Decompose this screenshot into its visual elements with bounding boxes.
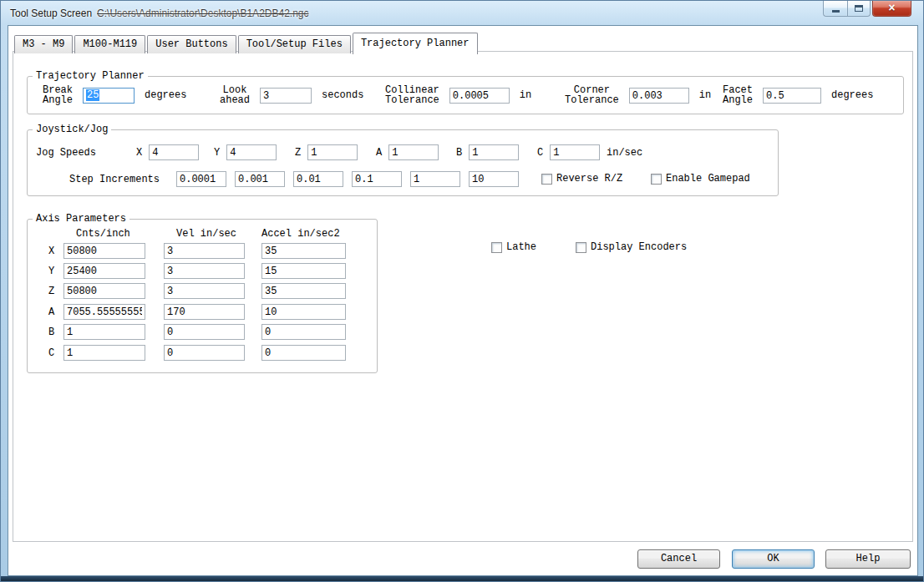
axis-a-vel-input[interactable] bbox=[164, 304, 245, 320]
step-increments-row: Step Increments Reverse R/Z Enable Gamep… bbox=[28, 171, 778, 188]
jog-speed-y: Y bbox=[214, 144, 277, 160]
maximize-button[interactable] bbox=[847, 1, 871, 17]
look-ahead-unit: seconds bbox=[322, 89, 363, 101]
tab-bar: M3 - M9 M100-M119 User Buttons Tool/Setu… bbox=[14, 33, 480, 53]
title-bar[interactable]: Tool Setup Screen C:\Users\Administrator… bbox=[1, 1, 823, 25]
collinear-tolerance-field: Collinear Tolerance in bbox=[385, 83, 531, 108]
close-button[interactable]: × bbox=[872, 1, 911, 17]
step-increment-1-input[interactable] bbox=[176, 171, 226, 187]
lathe-option: Lathe bbox=[491, 241, 536, 253]
step-increment-5-input[interactable] bbox=[410, 171, 460, 187]
jog-speed-z-label: Z bbox=[295, 147, 301, 159]
facet-angle-input[interactable] bbox=[763, 88, 821, 104]
step-increment-6-input[interactable] bbox=[469, 171, 519, 187]
corner-tolerance-unit: in bbox=[699, 89, 711, 101]
look-ahead-label: Look ahead bbox=[220, 85, 250, 105]
jog-speed-x-label: X bbox=[136, 147, 142, 159]
corner-tolerance-input[interactable] bbox=[629, 88, 689, 104]
axis-c-vel-input[interactable] bbox=[164, 345, 245, 361]
collinear-tolerance-unit: in bbox=[520, 89, 531, 101]
accel-column-header: Accel in/sec2 bbox=[261, 228, 340, 240]
vel-column-header: Vel in/sec bbox=[176, 228, 236, 240]
help-button[interactable]: Help bbox=[825, 549, 911, 569]
display-encoders-label: Display Encoders bbox=[591, 241, 687, 253]
corner-tolerance-field: Corner Tolerance in bbox=[565, 83, 711, 108]
jog-speed-c-input[interactable] bbox=[550, 144, 600, 160]
jog-speeds-unit: in/sec bbox=[607, 147, 642, 159]
step-increments-label: Step Increments bbox=[69, 174, 160, 185]
corner-tolerance-label: Corner Tolerance bbox=[565, 85, 619, 105]
lathe-checkbox[interactable] bbox=[491, 242, 502, 253]
display-encoders-option: Display Encoders bbox=[576, 241, 687, 253]
jog-speeds-label: Jog Speeds bbox=[36, 147, 96, 159]
close-icon: × bbox=[888, 3, 895, 14]
facet-angle-label: Facet Angle bbox=[723, 85, 753, 105]
axis-b-label: B bbox=[48, 326, 54, 338]
look-ahead-field: Look ahead seconds bbox=[220, 83, 363, 108]
tab-tool-setup-files[interactable]: Tool/Setup Files bbox=[238, 35, 351, 53]
joystick-jog-group-label: Joystick/Jog bbox=[33, 124, 111, 135]
step-increment-3-input[interactable] bbox=[293, 171, 343, 187]
jog-speed-a-input[interactable] bbox=[388, 144, 439, 160]
collinear-tolerance-input[interactable] bbox=[449, 88, 510, 104]
axis-y-vel-input[interactable] bbox=[164, 263, 245, 279]
jog-speed-x: X bbox=[136, 144, 199, 160]
axis-b-vel-input[interactable] bbox=[164, 324, 245, 340]
reverse-rz-checkbox[interactable] bbox=[541, 174, 552, 185]
tab-m100-m119[interactable]: M100-M119 bbox=[74, 35, 145, 53]
axis-b-accel-input[interactable] bbox=[261, 324, 346, 340]
display-encoders-checkbox[interactable] bbox=[576, 242, 586, 253]
axis-a-label: A bbox=[48, 306, 54, 318]
axis-a-accel-input[interactable] bbox=[261, 304, 346, 320]
window: Tool Setup Screen C:\Users\Administrator… bbox=[0, 0, 924, 582]
jog-speed-b: B bbox=[456, 144, 519, 160]
minimize-icon bbox=[832, 10, 840, 13]
joystick-jog-group: Joystick/Jog Jog Speeds X Y Z bbox=[27, 129, 779, 196]
look-ahead-input[interactable] bbox=[260, 88, 312, 104]
enable-gamepad-checkbox[interactable] bbox=[651, 174, 662, 185]
window-title: Tool Setup Screen bbox=[10, 8, 92, 19]
maximize-icon bbox=[855, 5, 863, 12]
axis-x-accel-input[interactable] bbox=[261, 243, 346, 259]
axis-y-cnts-input[interactable] bbox=[63, 263, 145, 279]
step-increment-4-input[interactable] bbox=[352, 171, 402, 187]
axis-b-cnts-input[interactable] bbox=[63, 324, 145, 340]
axis-c-cnts-input[interactable] bbox=[63, 345, 145, 361]
lathe-label: Lathe bbox=[506, 241, 536, 253]
step-increment-2-input[interactable] bbox=[235, 171, 285, 187]
jog-speed-z-input[interactable] bbox=[307, 144, 358, 160]
axis-c-accel-input[interactable] bbox=[261, 345, 346, 361]
axis-y-accel-input[interactable] bbox=[261, 263, 346, 279]
facet-angle-unit: degrees bbox=[831, 89, 873, 101]
jog-speed-z: Z bbox=[295, 144, 358, 160]
axis-z-accel-input[interactable] bbox=[261, 283, 346, 299]
axis-z-vel-input[interactable] bbox=[164, 283, 245, 299]
cancel-button[interactable]: Cancel bbox=[637, 549, 720, 569]
enable-gamepad-label: Enable Gamepad bbox=[666, 173, 750, 185]
tab-user-buttons[interactable]: User Buttons bbox=[147, 35, 236, 53]
tab-content-trajectory-planner: Trajectory Planner Break Angle 25 degree… bbox=[13, 51, 913, 542]
jog-speed-c: C bbox=[537, 144, 600, 160]
break-angle-input[interactable]: 25 bbox=[83, 88, 135, 104]
axis-a-cnts-input[interactable] bbox=[63, 304, 145, 320]
axis-z-cnts-input[interactable] bbox=[63, 283, 145, 299]
axis-x-cnts-input[interactable] bbox=[63, 243, 145, 259]
axis-x-vel-input[interactable] bbox=[164, 243, 245, 259]
axis-parameters-group: Axis Parameters Cnts/inch Vel in/sec Acc… bbox=[27, 219, 378, 373]
jog-speed-b-input[interactable] bbox=[469, 144, 519, 160]
axis-x-label: X bbox=[48, 245, 54, 257]
jog-speed-y-input[interactable] bbox=[226, 144, 277, 160]
reverse-rz-label: Reverse R/Z bbox=[556, 173, 622, 185]
ok-button[interactable]: OK bbox=[732, 549, 815, 569]
tab-trajectory-planner[interactable]: Trajectory Planner bbox=[353, 33, 478, 54]
break-angle-field: Break Angle 25 degrees bbox=[43, 83, 186, 108]
window-title-path: C:\Users\Administrator\Desktop\B1A2DB42.… bbox=[97, 8, 308, 19]
jog-speed-a-label: A bbox=[376, 147, 382, 159]
break-angle-label: Break Angle bbox=[43, 85, 73, 105]
tab-m3-m9[interactable]: M3 - M9 bbox=[14, 35, 73, 53]
jog-speed-a: A bbox=[376, 144, 439, 160]
axis-c-label: C bbox=[48, 347, 54, 359]
jog-speed-x-input[interactable] bbox=[149, 144, 199, 160]
caption-buttons: × bbox=[823, 1, 911, 17]
minimize-button[interactable] bbox=[823, 1, 847, 17]
